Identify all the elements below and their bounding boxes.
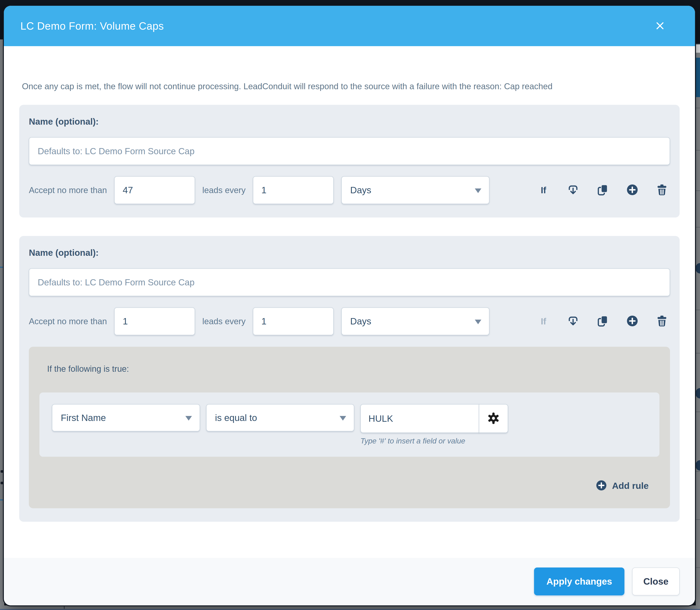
if-condition-button[interactable]: If: [537, 184, 550, 197]
delete-cap-button[interactable]: [655, 184, 668, 197]
chevron-down-icon: [186, 416, 192, 421]
value-helper-text: Type '#' to insert a field or value: [361, 437, 508, 445]
add-cap-button[interactable]: [626, 315, 639, 328]
rule-field-select[interactable]: First Name: [52, 404, 200, 431]
add-rule-button[interactable]: Add rule: [595, 479, 649, 492]
duplicate-cap-button[interactable]: [596, 315, 609, 328]
cap-name-input[interactable]: [29, 137, 670, 165]
delete-cap-button[interactable]: [655, 315, 668, 328]
accept-label: Accept no more than: [29, 317, 107, 326]
rule-panel: First Name is equal to: [39, 392, 659, 457]
value-settings-button[interactable]: [479, 404, 508, 433]
cap-interval-input[interactable]: [253, 307, 334, 335]
condition-panel: If the following is true: First Name is …: [29, 347, 670, 508]
modal-title: LC Demo Form: Volume Caps: [20, 20, 164, 32]
insert-below-button[interactable]: [567, 315, 579, 328]
leads-every-label: leads every: [202, 317, 245, 326]
cap-card-2: Name (optional): Accept no more than lea…: [19, 236, 680, 522]
chevron-down-icon: [339, 416, 346, 421]
if-condition-button[interactable]: If: [537, 315, 550, 328]
accept-label: Accept no more than: [29, 186, 107, 195]
plus-circle-icon: [626, 315, 639, 328]
gear-icon: [486, 411, 501, 426]
cap-count-input[interactable]: [114, 307, 195, 335]
chevron-down-icon: [475, 189, 481, 193]
name-label: Name (optional):: [29, 247, 670, 258]
insert-below-icon: [567, 315, 579, 328]
condition-title: If the following is true:: [47, 364, 659, 374]
leads-every-label: leads every: [202, 186, 245, 195]
name-label: Name (optional):: [29, 116, 670, 127]
rule-value-group: Type '#' to insert a field or value: [361, 404, 508, 445]
close-icon: [654, 20, 666, 32]
plus-circle-icon: [595, 479, 607, 492]
rule-value-input[interactable]: [361, 404, 479, 433]
trash-icon: [656, 315, 668, 328]
plus-circle-icon: [626, 183, 639, 197]
rule-row: First Name is equal to: [52, 404, 650, 445]
cap-rule-row: Accept no more than leads every Days If: [29, 307, 670, 335]
intro-text: Once any cap is met, the flow will not c…: [22, 78, 662, 95]
cap-rule-row: Accept no more than leads every Days If: [29, 176, 670, 204]
insert-below-icon: [567, 183, 579, 197]
cap-period-select[interactable]: Days: [341, 176, 490, 204]
insert-below-button[interactable]: [567, 184, 579, 197]
add-cap-button[interactable]: [626, 184, 639, 197]
close-footer-button[interactable]: Close: [632, 567, 680, 595]
modal-footer: Apply changes Close: [4, 558, 695, 605]
cap-count-input[interactable]: [114, 176, 195, 204]
modal-header: LC Demo Form: Volume Caps: [4, 6, 695, 46]
volume-caps-modal: LC Demo Form: Volume Caps Once any cap i…: [4, 6, 695, 605]
cap-interval-input[interactable]: [253, 176, 334, 204]
rule-operator-select[interactable]: is equal to: [206, 404, 354, 431]
cap-actions: If: [537, 184, 670, 197]
cap-card-1: Name (optional): Accept no more than lea…: [19, 105, 680, 218]
modal-body: Once any cap is met, the flow will not c…: [4, 46, 695, 558]
copy-icon: [596, 315, 609, 328]
cap-name-input[interactable]: [29, 268, 670, 296]
add-rule-label: Add rule: [612, 480, 649, 491]
trash-icon: [656, 183, 668, 197]
close-button[interactable]: [653, 19, 667, 33]
chevron-down-icon: [475, 320, 481, 324]
copy-icon: [596, 183, 609, 197]
background-page-left-sliver: [0, 39, 4, 608]
cap-period-select[interactable]: Days: [341, 307, 490, 335]
apply-changes-button[interactable]: Apply changes: [534, 567, 624, 595]
cap-actions: If: [537, 315, 670, 328]
background-page-right-sliver: [696, 44, 700, 605]
duplicate-cap-button[interactable]: [596, 184, 609, 197]
background-page-bottom-line: [0, 609, 700, 610]
background-page-bottom-band: [0, 605, 700, 609]
